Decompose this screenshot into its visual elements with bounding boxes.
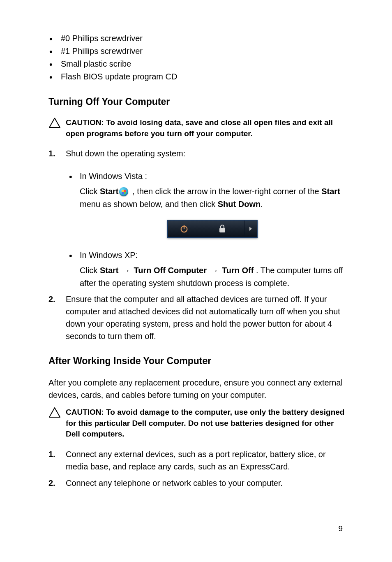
list-item: Flash BIOS update program CD xyxy=(61,70,345,83)
step-text: Ensure that the computer and all attache… xyxy=(66,295,340,341)
vista-power-segment xyxy=(168,221,200,237)
caution-icon xyxy=(48,117,61,129)
step-text: Shut down the operating system: xyxy=(66,149,185,158)
lock-icon xyxy=(219,225,226,233)
start-word: Start xyxy=(100,187,119,196)
list-item: #1 Phillips screwdriver xyxy=(61,45,345,58)
text-fragment: menu as shown below, and then click xyxy=(80,200,218,209)
caution-block: CAUTION: To avoid losing data, save and … xyxy=(48,117,345,139)
os-label: In Windows XP: xyxy=(80,251,138,260)
caution-text: CAUTION: To avoid damage to the computer… xyxy=(66,407,345,440)
caution-text: CAUTION: To avoid losing data, save and … xyxy=(66,117,345,139)
arrow-separator: → xyxy=(120,266,132,275)
step-number: 1. xyxy=(48,147,55,160)
vista-arrow-segment xyxy=(244,221,257,237)
shutdown-steps: 1. Shut down the operating system: In Wi… xyxy=(48,147,345,342)
start-word: Start xyxy=(100,266,119,275)
os-label: In Windows Vista : xyxy=(80,172,147,181)
step-text: Connect any external devices, such as a … xyxy=(66,450,326,471)
step-number: 2. xyxy=(48,293,55,305)
power-icon xyxy=(180,224,189,233)
step-number: 2. xyxy=(48,477,55,489)
turnoff-word: Turn Off xyxy=(222,266,254,275)
vista-bar xyxy=(167,220,258,238)
list-item: Small plastic scribe xyxy=(61,58,345,70)
heading-after-working: After Working Inside Your Computer xyxy=(48,355,345,367)
intro-paragraph: After you complete any replacement proce… xyxy=(48,376,345,401)
vista-shutdown-image xyxy=(80,220,345,238)
turnoff-computer-word: Turn Off Computer xyxy=(134,266,207,275)
text-fragment: Click xyxy=(80,266,100,275)
arrow-separator: → xyxy=(208,266,221,275)
heading-turning-off: Turning Off Your Computer xyxy=(48,96,345,107)
step-number: 1. xyxy=(48,448,55,460)
os-xp: In Windows XP: Click Start → Turn Off Co… xyxy=(80,248,345,290)
step-text: Connect any telephone or network cables … xyxy=(66,478,283,488)
xp-instructions: Click Start → Turn Off Computer → Turn O… xyxy=(80,264,345,290)
start-word: Start xyxy=(321,187,340,196)
os-options: In Windows Vista : Click Start , then cl… xyxy=(66,170,345,290)
text-fragment: Click xyxy=(80,187,100,196)
after-steps: 1. Connect any external devices, such as… xyxy=(48,448,345,489)
page-number: 9 xyxy=(338,524,343,533)
vista-lock-segment xyxy=(200,221,244,237)
text-fragment: . xyxy=(261,200,263,209)
arrow-right-icon xyxy=(249,226,253,231)
tools-list: #0 Phillips screwdriver #1 Phillips scre… xyxy=(48,32,345,83)
list-item: #0 Phillips screwdriver xyxy=(61,32,345,45)
step: 1. Shut down the operating system: In Wi… xyxy=(48,147,345,290)
vista-instructions: Click Start , then click the arrow in th… xyxy=(80,185,345,211)
step: 2. Connect any telephone or network cabl… xyxy=(48,477,345,489)
caution-block: CAUTION: To avoid damage to the computer… xyxy=(48,407,345,440)
step: 1. Connect any external devices, such as… xyxy=(48,448,345,473)
shutdown-word: Shut Down xyxy=(218,200,261,209)
text-fragment: , then click the arrow in the lower-righ… xyxy=(130,187,321,196)
step: 2. Ensure that the computer and all atta… xyxy=(48,293,345,342)
svg-rect-2 xyxy=(219,228,225,232)
os-vista: In Windows Vista : Click Start , then cl… xyxy=(80,170,345,238)
caution-icon xyxy=(48,407,61,418)
start-orb-icon xyxy=(119,187,128,196)
